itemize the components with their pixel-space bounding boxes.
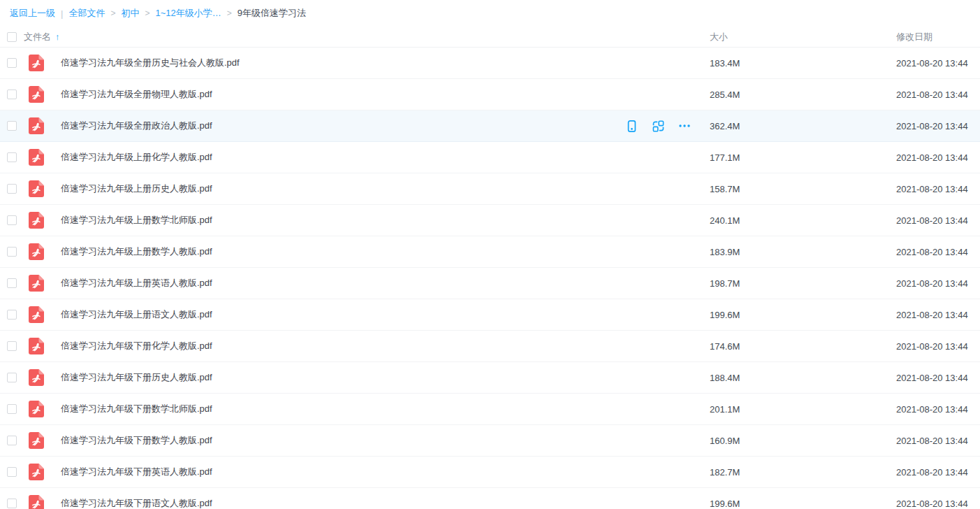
breadcrumb-separator: > xyxy=(145,8,149,18)
pdf-file-icon xyxy=(29,243,44,260)
pdf-file-icon xyxy=(29,464,44,480)
file-size: 160.9M xyxy=(710,436,896,446)
file-name[interactable]: 倍速学习法九年级下册英语人教版.pdf xyxy=(61,466,212,478)
file-name[interactable]: 倍速学习法九年级上册化学人教版.pdf xyxy=(61,151,212,164)
file-size: 199.6M xyxy=(710,310,896,320)
file-modified-date: 2021-08-20 13:44 xyxy=(896,121,980,131)
breadcrumb-link-junior-high[interactable]: 初中 xyxy=(121,7,139,20)
file-row[interactable]: 倍速学习法九年级上册英语人教版.pdf xyxy=(0,268,980,299)
file-row[interactable]: 倍速学习法九年级上册数学北师版.pdf xyxy=(0,205,980,236)
file-name[interactable]: 倍速学习法九年级下册数学北师版.pdf xyxy=(61,403,212,415)
file-row[interactable]: 倍速学习法九年级上册数学人教版.pdf xyxy=(0,236,980,268)
file-name[interactable]: 倍速学习法九年级上册语文人教版.pdf xyxy=(61,308,212,321)
row-checkbox[interactable] xyxy=(7,247,17,257)
file-name[interactable]: 倍速学习法九年级全册历史与社会人教版.pdf xyxy=(61,57,240,69)
file-row[interactable]: 倍速学习法九年级上册化学人教版.pdf xyxy=(0,142,980,173)
file-name[interactable]: 倍速学习法九年级全册物理人教版.pdf xyxy=(61,88,212,101)
pdf-file-icon xyxy=(29,369,44,386)
column-header-filename[interactable]: 文件名 xyxy=(24,31,51,43)
select-all-checkbox[interactable] xyxy=(7,32,17,42)
file-modified-date: 2021-08-20 13:44 xyxy=(896,467,980,478)
pdf-file-icon xyxy=(29,306,44,323)
more-actions-icon[interactable] xyxy=(678,119,692,133)
file-modified-date: 2021-08-20 13:44 xyxy=(896,310,980,320)
row-checkbox[interactable] xyxy=(7,184,17,194)
file-row[interactable]: 倍速学习法九年级下册化学人教版.pdf xyxy=(0,331,980,362)
pdf-file-icon xyxy=(29,180,44,197)
file-modified-date: 2021-08-20 13:44 xyxy=(896,278,980,289)
file-row[interactable]: 倍速学习法九年级下册数学北师版.pdf xyxy=(0,394,980,425)
file-row[interactable]: 倍速学习法九年级全册物理人教版.pdf xyxy=(0,79,980,110)
row-checkbox[interactable] xyxy=(7,404,17,414)
file-modified-date: 2021-08-20 13:44 xyxy=(896,341,980,352)
sort-ascending-icon[interactable]: ↑ xyxy=(55,31,60,42)
file-name[interactable]: 倍速学习法九年级上册数学人教版.pdf xyxy=(61,245,212,258)
breadcrumb-back-link[interactable]: 返回上一级 xyxy=(10,7,55,20)
file-name[interactable]: 倍速学习法九年级下册语文人教版.pdf xyxy=(61,497,212,509)
file-modified-date: 2021-08-20 13:44 xyxy=(896,247,980,257)
file-modified-date: 2021-08-20 13:44 xyxy=(896,373,980,383)
pdf-file-icon xyxy=(29,149,44,166)
file-size: 188.4M xyxy=(710,373,896,383)
file-row[interactable]: 倍速学习法九年级下册历史人教版.pdf xyxy=(0,362,980,394)
file-row[interactable]: 倍速学习法九年级下册英语人教版.pdf xyxy=(0,457,980,488)
row-hover-actions xyxy=(624,119,692,133)
transfer-icon[interactable] xyxy=(651,119,665,133)
file-size: 362.4M xyxy=(710,121,896,131)
file-size: 183.9M xyxy=(710,247,896,257)
row-checkbox[interactable] xyxy=(7,89,17,99)
breadcrumb-link-all-files[interactable]: 全部文件 xyxy=(68,7,105,20)
file-row[interactable]: 倍速学习法九年级下册数学人教版.pdf xyxy=(0,425,980,457)
file-name[interactable]: 倍速学习法九年级上册数学北师版.pdf xyxy=(61,214,212,227)
file-row[interactable]: 倍速学习法九年级全册历史与社会人教版.pdf xyxy=(0,48,980,79)
row-checkbox[interactable] xyxy=(7,310,17,320)
row-checkbox[interactable] xyxy=(7,152,17,162)
pdf-file-icon xyxy=(29,401,44,417)
file-name[interactable]: 倍速学习法九年级上册英语人教版.pdf xyxy=(61,277,212,289)
breadcrumb-link-grade-1-12[interactable]: 1~12年级小学… xyxy=(155,7,221,20)
breadcrumb-separator: > xyxy=(227,8,232,18)
breadcrumb-bar-separator: | xyxy=(61,8,63,19)
file-row[interactable]: 倍速学习法九年级全册政治人教版.pdf xyxy=(0,110,980,142)
column-header-size[interactable]: 大小 xyxy=(710,31,896,43)
file-modified-date: 2021-08-20 13:44 xyxy=(896,436,980,446)
row-checkbox[interactable] xyxy=(7,499,17,508)
row-checkbox[interactable] xyxy=(7,436,17,445)
file-list-header: 文件名 ↑ 大小 修改日期 xyxy=(0,27,980,48)
file-size: 198.7M xyxy=(710,278,896,289)
file-size: 174.6M xyxy=(710,341,896,352)
breadcrumb-current-folder: 9年级倍速学习法 xyxy=(237,7,306,20)
file-size: 177.1M xyxy=(710,152,896,163)
row-checkbox[interactable] xyxy=(7,373,17,382)
row-checkbox[interactable] xyxy=(7,278,17,288)
file-row[interactable]: 倍速学习法九年级上册历史人教版.pdf xyxy=(0,173,980,205)
file-list: 倍速学习法九年级全册历史与社会人教版.pdf xyxy=(0,48,980,509)
file-modified-date: 2021-08-20 13:44 xyxy=(896,89,980,100)
file-modified-date: 2021-08-20 13:44 xyxy=(896,152,980,163)
row-checkbox[interactable] xyxy=(7,58,17,68)
file-name[interactable]: 倍速学习法九年级全册政治人教版.pdf xyxy=(61,120,212,132)
file-name[interactable]: 倍速学习法九年级下册历史人教版.pdf xyxy=(61,371,212,384)
row-checkbox[interactable] xyxy=(7,121,17,131)
file-name[interactable]: 倍速学习法九年级下册化学人教版.pdf xyxy=(61,340,212,352)
breadcrumb: 返回上一级 | 全部文件 > 初中 > 1~12年级小学… > 9年级倍速学习法 xyxy=(0,0,980,27)
pdf-file-icon xyxy=(29,86,44,103)
pdf-file-icon xyxy=(29,495,44,509)
column-header-modified[interactable]: 修改日期 xyxy=(896,31,980,43)
row-checkbox[interactable] xyxy=(7,341,17,351)
file-row[interactable]: 倍速学习法九年级下册语文人教版.pdf xyxy=(0,488,980,509)
file-size: 285.4M xyxy=(710,89,896,100)
file-size: 201.1M xyxy=(710,404,896,415)
row-checkbox[interactable] xyxy=(7,467,17,477)
pdf-file-icon xyxy=(29,275,44,292)
pdf-file-icon xyxy=(29,432,44,449)
file-modified-date: 2021-08-20 13:44 xyxy=(896,215,980,226)
row-checkbox[interactable] xyxy=(7,215,17,225)
pdf-file-icon xyxy=(29,117,44,134)
file-name[interactable]: 倍速学习法九年级上册历史人教版.pdf xyxy=(61,182,212,195)
file-name[interactable]: 倍速学习法九年级下册数学人教版.pdf xyxy=(61,434,212,447)
file-row[interactable]: 倍速学习法九年级上册语文人教版.pdf xyxy=(0,299,980,331)
save-to-phone-icon[interactable] xyxy=(624,119,638,133)
file-size: 182.7M xyxy=(710,467,896,478)
file-modified-date: 2021-08-20 13:44 xyxy=(896,58,980,69)
